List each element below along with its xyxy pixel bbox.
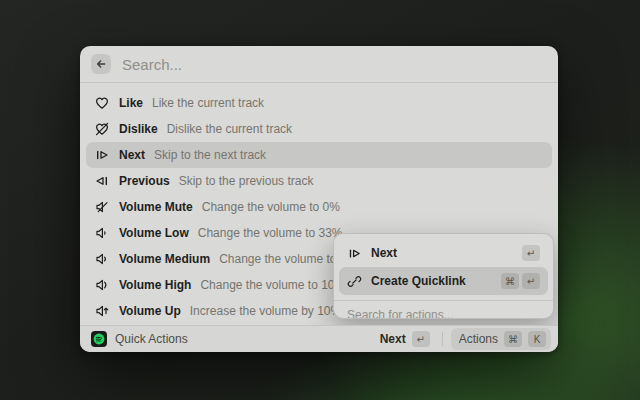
list-item-dislike[interactable]: Dislike Dislike the current track <box>86 116 552 142</box>
action-label: Create Quicklink <box>371 274 492 288</box>
footer-next-button[interactable]: Next ↵ <box>376 329 434 349</box>
search-input[interactable] <box>122 56 547 73</box>
k-key: K <box>528 331 546 347</box>
footer-actions-button[interactable]: Actions ⌘ K <box>451 328 551 350</box>
footer-bar: Quick Actions Next ↵ Actions ⌘ K <box>80 325 558 352</box>
back-arrow-icon <box>95 58 107 70</box>
volume-medium-icon <box>94 251 110 267</box>
launcher-window: Like Like the current track Dislike Disl… <box>80 46 558 352</box>
action-item-create-quicklink[interactable]: Create Quicklink ⌘ ↵ <box>339 267 548 295</box>
list-item-volume-mute[interactable]: Volume Mute Change the volume to 0% <box>86 194 552 220</box>
item-subtitle: Skip to the next track <box>154 148 266 162</box>
command-key: ⌘ <box>504 331 522 347</box>
list-item-next[interactable]: Next Skip to the next track <box>86 142 552 168</box>
spotify-icon <box>91 331 107 347</box>
command-key: ⌘ <box>501 273 519 289</box>
footer-app-label: Quick Actions <box>115 332 368 346</box>
return-key: ↵ <box>412 331 430 347</box>
item-subtitle: Increase the volume by 10% <box>190 304 341 318</box>
return-key: ↵ <box>522 273 540 289</box>
item-subtitle: Like the current track <box>152 96 264 110</box>
search-header <box>80 46 558 83</box>
footer-next-label: Next <box>380 332 406 346</box>
actions-search-input[interactable] <box>334 301 553 319</box>
item-title: Volume Medium <box>119 252 210 266</box>
item-title: Dislike <box>119 122 158 136</box>
divider <box>442 332 443 346</box>
volume-mute-icon <box>94 199 110 215</box>
item-title: Volume Mute <box>119 200 193 214</box>
item-title: Volume Up <box>119 304 181 318</box>
heart-icon <box>94 95 110 111</box>
skip-back-icon <box>94 173 110 189</box>
heart-slash-icon <box>94 121 110 137</box>
item-subtitle: Dislike the current track <box>167 122 292 136</box>
item-title: Next <box>119 148 145 162</box>
item-title: Volume Low <box>119 226 189 240</box>
item-subtitle: Change the volume to 100% <box>200 278 351 292</box>
action-item-next[interactable]: Next ↵ <box>339 239 548 267</box>
item-subtitle: Change the volume to 0% <box>202 200 340 214</box>
skip-forward-icon <box>94 147 110 163</box>
volume-low-icon <box>94 225 110 241</box>
volume-up-icon <box>94 303 110 319</box>
footer-actions-label: Actions <box>459 332 498 346</box>
list-item-previous[interactable]: Previous Skip to the previous track <box>86 168 552 194</box>
item-subtitle: Change the volume to 33% <box>198 226 343 240</box>
back-button[interactable] <box>91 54 111 74</box>
skip-forward-icon <box>347 246 362 261</box>
item-subtitle: Skip to the previous track <box>179 174 314 188</box>
item-title: Previous <box>119 174 170 188</box>
action-label: Next <box>371 246 513 260</box>
link-icon <box>347 274 362 289</box>
item-title: Like <box>119 96 143 110</box>
list-item-like[interactable]: Like Like the current track <box>86 90 552 116</box>
item-title: Volume High <box>119 278 191 292</box>
actions-panel: Next ↵ Create Quicklink ⌘ ↵ <box>333 233 554 319</box>
volume-high-icon <box>94 277 110 293</box>
return-key: ↵ <box>522 245 540 261</box>
